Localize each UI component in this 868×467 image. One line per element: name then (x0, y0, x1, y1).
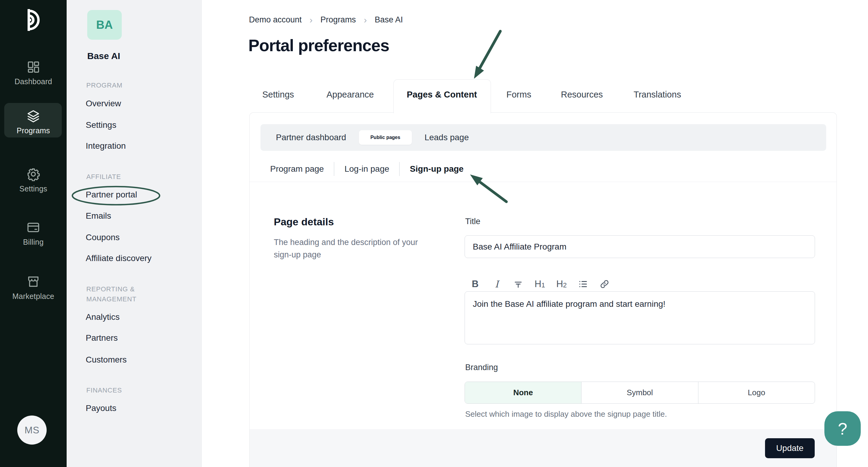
public-page-switcher: Program page Log-in page Sign-up page (270, 162, 464, 176)
bold-icon[interactable]: B (470, 277, 480, 291)
branding-option-symbol[interactable]: Symbol (581, 382, 698, 403)
sidebar-item-analytics[interactable]: Analytics (86, 312, 120, 322)
sidebar-item-label: Billing (23, 238, 43, 247)
heading1-icon[interactable]: H 1 (534, 277, 545, 291)
subtab-leads-page[interactable]: Leads page (425, 133, 469, 142)
settings-gear-icon (26, 167, 40, 181)
program-avatar[interactable]: BA (87, 10, 122, 40)
sidebar-item-overview[interactable]: Overview (86, 98, 121, 109)
breadcrumb-item-program[interactable]: Base AI (375, 15, 403, 25)
marketplace-store-icon (26, 275, 40, 289)
user-avatar[interactable]: MS (17, 415, 46, 444)
breadcrumb-item-programs[interactable]: Programs (320, 15, 356, 25)
program-name: Base AI (87, 51, 120, 61)
breadcrumb: Demo account › Programs › Base AI (249, 15, 403, 25)
sidebar-item-label: Programs (17, 126, 50, 135)
breadcrumb-separator-icon: › (364, 16, 367, 24)
sidebar-item-label: Settings (20, 184, 47, 193)
page-description-editor[interactable]: Join the Base AI affiliate program and s… (465, 291, 815, 344)
tab-translations[interactable]: Translations (633, 90, 681, 100)
title-field-label: Title (465, 217, 480, 226)
sidebar-item-affiliate-discovery[interactable]: Affiliate discovery (86, 253, 151, 263)
section-heading-finances: FINANCES (86, 385, 122, 395)
branding-segmented-control: None Symbol Logo (465, 382, 815, 404)
vertical-divider (399, 162, 400, 176)
tab-forms[interactable]: Forms (506, 90, 531, 100)
section-description: The heading and the description of your … (274, 236, 422, 261)
richtext-toolbar: B I H 1 H 2 (470, 276, 610, 292)
help-button[interactable]: ? (825, 411, 861, 446)
tab-settings[interactable]: Settings (262, 90, 294, 100)
tab-appearance[interactable]: Appearance (327, 90, 374, 100)
program-initials: BA (96, 19, 113, 31)
sidebar-item-label: Dashboard (14, 77, 52, 86)
sidebar-item-billing[interactable]: Billing (0, 220, 67, 247)
page-tab-login-page[interactable]: Log-in page (344, 164, 389, 174)
breadcrumb-separator-icon: › (310, 16, 313, 24)
sidebar-item-coupons[interactable]: Coupons (86, 232, 120, 243)
branding-helper-text: Select which image to display above the … (465, 409, 667, 419)
update-button[interactable]: Update (765, 438, 815, 458)
sidebar-item-dashboard[interactable]: Dashboard (0, 60, 67, 86)
tab-resources[interactable]: Resources (561, 90, 603, 100)
italic-icon[interactable]: I (492, 277, 502, 291)
programs-layers-icon (26, 109, 40, 123)
section-heading-program: PROGRAM (86, 80, 122, 90)
portal-section-switcher: Partner dashboard Public pages Leads pag… (260, 124, 826, 151)
heading2-icon[interactable]: H 2 (556, 277, 567, 291)
breadcrumb-item-account[interactable]: Demo account (249, 15, 302, 25)
question-mark-icon: ? (838, 419, 847, 439)
sidebar-item-payouts[interactable]: Payouts (86, 403, 116, 413)
vertical-divider (334, 162, 334, 176)
user-initials: MS (25, 425, 39, 436)
section-heading-page-details: Page details (274, 216, 334, 228)
subtab-partner-dashboard[interactable]: Partner dashboard (276, 133, 346, 142)
branding-option-logo[interactable]: Logo (698, 382, 815, 403)
branding-option-none[interactable]: None (465, 382, 581, 403)
sidebar-item-label: Marketplace (12, 292, 54, 301)
page-title: Portal preferences (248, 36, 389, 55)
program-sidebar: BA Base AI PROGRAM Overview Settings Int… (67, 0, 202, 467)
page-tab-signup-page[interactable]: Sign-up page (410, 164, 463, 174)
page-tab-program-page[interactable]: Program page (270, 164, 324, 174)
sidebar-item-programs[interactable]: Programs (0, 109, 67, 135)
dashboard-grid-icon (26, 60, 40, 74)
sidebar-item-emails[interactable]: Emails (86, 211, 111, 221)
section-heading-affiliate: AFFILIATE (86, 172, 121, 182)
link-icon[interactable] (599, 277, 610, 291)
billing-card-icon (26, 220, 40, 235)
sidebar-item-settings[interactable]: Settings (0, 167, 67, 193)
subtab-public-pages[interactable]: Public pages (359, 130, 412, 145)
sidebar-item-marketplace[interactable]: Marketplace (0, 275, 67, 301)
app-logo-icon[interactable] (24, 8, 41, 32)
strikethrough-icon[interactable] (513, 277, 523, 291)
title-input[interactable] (465, 235, 815, 258)
bullet-list-icon[interactable] (578, 277, 588, 291)
sidebar-item-partners[interactable]: Partners (86, 333, 118, 343)
card-header: Partner dashboard Public pages Leads pag… (250, 113, 837, 182)
tab-annotation-arrow (466, 24, 512, 84)
sidebar-item-integration[interactable]: Integration (86, 141, 126, 151)
branding-field-label: Branding (465, 363, 498, 372)
primary-sidebar: Dashboard Programs Settings Billing Mark… (0, 0, 67, 467)
sidebar-item-customers[interactable]: Customers (86, 355, 127, 365)
card-footer: Update (250, 429, 837, 467)
tab-pages-content[interactable]: Pages & Content (407, 90, 477, 100)
sidebar-item-program-settings[interactable]: Settings (86, 120, 116, 130)
sidebar-item-partner-portal[interactable]: Partner portal (86, 190, 137, 200)
section-heading-reporting: REPORTING & MANAGEMENT (86, 284, 136, 304)
